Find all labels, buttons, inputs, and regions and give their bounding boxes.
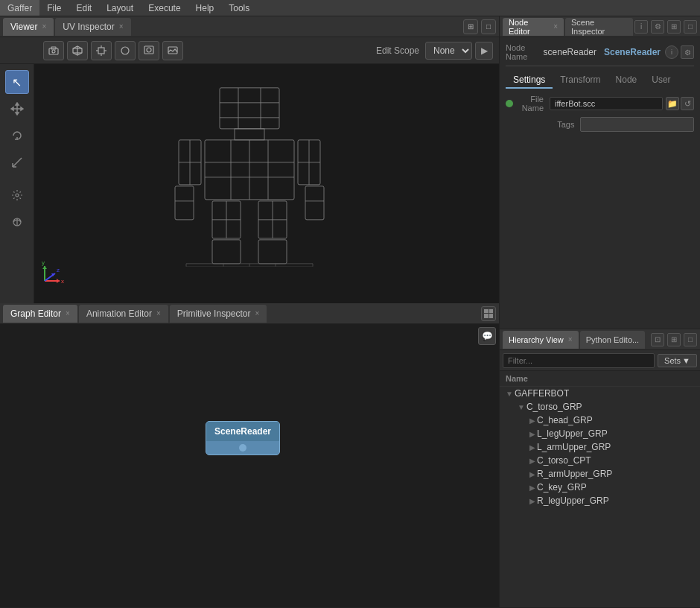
node-editor-tab-close[interactable]: × <box>553 22 558 31</box>
file-browse-btn[interactable]: 📁 <box>666 97 679 110</box>
svg-text:z: z <box>57 267 60 273</box>
hierarchy-content[interactable]: ▼GAFFERBOT▼C_torso_GRP▶C_head_GRP▶L_legU… <box>500 387 700 607</box>
hierarchy-tabbar: Hierarchy View × Python Edito... ⊡ ⊞ □ <box>500 329 700 350</box>
tool-settings[interactable] <box>5 183 29 207</box>
node-editor-settings-btn[interactable]: ⚙ <box>651 20 664 34</box>
file-name-row: File Name 📁 ↺ <box>506 95 694 113</box>
graph-area[interactable]: 💬 SceneReader <box>0 324 499 607</box>
render-btn[interactable] <box>139 41 159 60</box>
edit-scope-next-btn[interactable]: ▶ <box>475 42 493 60</box>
uv-inspector-tab-label: UV Inspector <box>63 22 114 32</box>
primitive-inspector-tab-close[interactable]: × <box>255 309 259 317</box>
tool-scale[interactable] <box>5 151 29 174</box>
animation-editor-tab-close[interactable]: × <box>156 309 161 317</box>
tab-animation-editor[interactable]: Animation Editor × <box>79 305 168 323</box>
tab-node-editor[interactable]: Node Editor × <box>503 18 564 36</box>
file-reload-btn[interactable]: ↺ <box>681 97 694 110</box>
tags-input[interactable] <box>580 117 694 132</box>
menu-file[interactable]: File <box>39 0 69 16</box>
tab-python-editor[interactable]: Python Edito... <box>580 331 646 349</box>
tree-item-8[interactable]: ▶R_legUpper_GRP <box>500 494 700 507</box>
tool-rotate[interactable] <box>5 124 29 148</box>
node-tab-settings[interactable]: Settings <box>506 72 553 89</box>
transform-btn[interactable] <box>91 41 112 60</box>
tree-arrow-0[interactable]: ▼ <box>506 390 513 398</box>
viewer-max-btn[interactable]: □ <box>481 19 496 34</box>
sets-arrow-icon: ▼ <box>682 356 690 365</box>
graph-grid-btn[interactable] <box>481 306 496 321</box>
hierarchy-tabbar-end: ⊡ ⊞ □ <box>651 333 697 346</box>
tree-item-4[interactable]: ▶L_armUpper_GRP <box>500 440 700 454</box>
node-tab-transform[interactable]: Transform <box>553 72 608 89</box>
tags-label: Tags <box>506 120 580 129</box>
cube-btn[interactable] <box>67 41 88 60</box>
camera-btn[interactable] <box>43 41 64 60</box>
tree-item-1[interactable]: ▼C_torso_GRP <box>500 400 700 414</box>
node-tab-user[interactable]: User <box>644 72 678 89</box>
tree-arrow-2[interactable]: ▶ <box>529 417 535 425</box>
menu-tools[interactable]: Tools <box>221 0 257 16</box>
tree-arrow-7[interactable]: ▶ <box>529 484 535 492</box>
tree-item-5[interactable]: ▶C_torso_CPT <box>500 454 700 467</box>
menu-execute[interactable]: Execute <box>141 0 188 16</box>
tree-arrow-6[interactable]: ▶ <box>529 470 535 478</box>
scene-reader-port[interactable] <box>239 444 246 452</box>
viewport[interactable]: ↖ <box>0 64 499 303</box>
tab-viewer[interactable]: Viewer × <box>3 18 54 36</box>
node-editor-info-btn[interactable]: i <box>634 20 648 34</box>
node-tab-node[interactable]: Node <box>608 72 645 89</box>
image-btn[interactable] <box>162 41 183 60</box>
node-editor-layout-btn[interactable]: ⊞ <box>667 20 681 34</box>
tree-arrow-8[interactable]: ▶ <box>529 497 535 505</box>
tree-item-7[interactable]: ▶C_key_GRP <box>500 481 700 494</box>
tree-item-6[interactable]: ▶R_armUpper_GRP <box>500 467 700 481</box>
filter-input[interactable] <box>503 353 655 368</box>
svg-text:x: x <box>61 278 64 285</box>
svg-point-13 <box>147 48 151 52</box>
menu-help[interactable]: Help <box>188 0 222 16</box>
node-editor-max-btn[interactable]: □ <box>684 20 697 34</box>
node-gear-btn[interactable]: ⚙ <box>681 45 694 59</box>
tree-item-3[interactable]: ▶L_legUpper_GRP <box>500 427 700 440</box>
tab-graph-editor[interactable]: Graph Editor × <box>3 305 77 323</box>
tool-translate[interactable] <box>5 97 29 121</box>
node-info-btn[interactable]: i <box>665 45 678 59</box>
sets-button[interactable]: Sets ▼ <box>658 354 697 367</box>
sphere-btn[interactable] <box>115 41 136 60</box>
node-name-label: Node Name <box>506 43 539 61</box>
tool-select[interactable]: ↖ <box>5 70 29 94</box>
menu-edit[interactable]: Edit <box>69 0 99 16</box>
tab-uv-inspector[interactable]: UV Inspector × <box>55 18 130 36</box>
tree-item-2[interactable]: ▶C_head_GRP <box>500 414 700 427</box>
edit-scope-select[interactable]: None <box>425 42 472 60</box>
file-name-input[interactable] <box>550 97 663 110</box>
tree-arrow-3[interactable]: ▶ <box>529 430 535 438</box>
menu-gaffer[interactable]: Gaffer <box>0 0 39 16</box>
tab-hierarchy-view[interactable]: Hierarchy View × <box>503 331 579 349</box>
uv-inspector-tab-close[interactable]: × <box>119 22 124 31</box>
hierarchy-layout-btn[interactable]: ⊡ <box>651 333 664 346</box>
graph-content[interactable]: 💬 SceneReader <box>0 324 499 607</box>
tree-arrow-4[interactable]: ▶ <box>529 443 535 452</box>
graph-editor-tab-close[interactable]: × <box>66 309 70 317</box>
hierarchy-grid-btn[interactable]: ⊞ <box>667 333 681 346</box>
viewer-tab-close[interactable]: × <box>42 22 46 31</box>
viewer-tab-label: Viewer <box>10 22 37 32</box>
tags-row: Tags <box>506 117 694 132</box>
tool-display[interactable] <box>5 210 29 234</box>
hierarchy-max-btn[interactable]: □ <box>684 333 697 346</box>
menu-layout[interactable]: Layout <box>99 0 141 16</box>
tree-arrow-1[interactable]: ▼ <box>518 403 525 411</box>
tree-item-0[interactable]: ▼GAFFERBOT <box>500 387 700 400</box>
wireframe-model <box>164 80 335 268</box>
node-name-row: Node Name sceneReader SceneReader i ⚙ <box>506 43 694 66</box>
viewer-layout-btn[interactable]: ⊞ <box>463 19 478 34</box>
animation-editor-tab-label: Animation Editor <box>86 308 152 319</box>
tab-primitive-inspector[interactable]: Primitive Inspector × <box>170 305 267 323</box>
scene-reader-node[interactable]: SceneReader <box>206 421 280 455</box>
tab-scene-inspector[interactable]: Scene Inspector <box>565 18 633 36</box>
chat-btn[interactable]: 💬 <box>478 327 496 345</box>
graph-tabbar-end <box>481 306 496 321</box>
tree-arrow-5[interactable]: ▶ <box>529 457 535 465</box>
hierarchy-view-tab-close[interactable]: × <box>568 335 573 343</box>
